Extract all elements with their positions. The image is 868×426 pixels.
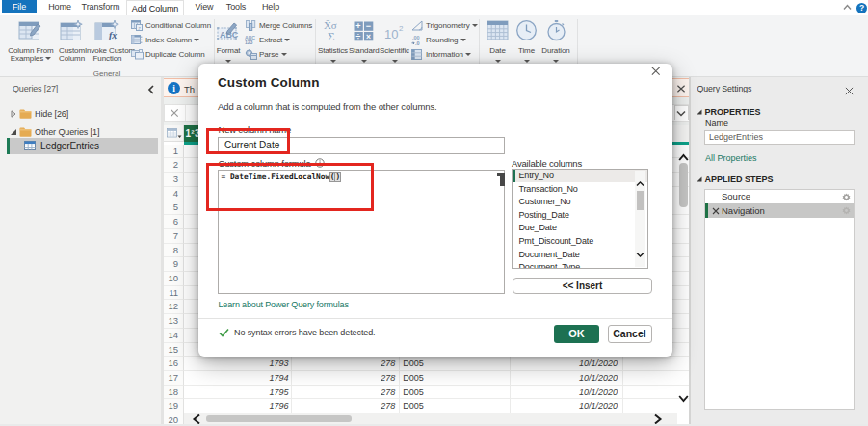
cell-posting-date[interactable]: 10/1/2020 (511, 371, 623, 386)
delete-step-icon[interactable] (712, 207, 720, 215)
cell-customer-no[interactable]: D005 (400, 386, 511, 400)
cell-transaction-no[interactable]: 278 (292, 357, 400, 371)
dialog-close-icon[interactable] (651, 67, 661, 76)
query-settings-close-icon[interactable] (845, 87, 854, 95)
cell-posting-date[interactable]: 10/1/2020 (511, 357, 623, 371)
statistics-button[interactable]: X̄σ Σ Statistics (318, 19, 348, 66)
merge-columns-button[interactable]: Merge Columns (245, 18, 312, 33)
dropdown-caret-icon (225, 60, 231, 63)
scroll-down-icon[interactable] (636, 251, 644, 258)
tab-help[interactable]: Help (261, 0, 280, 13)
tab-tools[interactable]: Tools (226, 0, 246, 13)
cancel-button[interactable]: Cancel (608, 325, 652, 343)
grid-horizontal-scrollbar[interactable] (184, 413, 677, 424)
applied-step-navigation[interactable]: Navigation (705, 203, 854, 218)
grid-corner-button[interactable] (164, 125, 184, 142)
gear-icon[interactable] (842, 206, 851, 215)
help-icon[interactable]: ? (856, 3, 867, 13)
table-row[interactable]: 18 1795 278 D005 10/1/2020 (164, 386, 691, 400)
query-name-input[interactable]: LedgerEntries (704, 130, 855, 145)
list-item-posting-date[interactable]: Posting_Date (513, 208, 647, 222)
list-item-pmt-discount-date[interactable]: Pmt_Discount_Date (513, 234, 647, 248)
svg-text:fx: fx (109, 30, 117, 40)
extract-button[interactable]: ABC 123 Extract (245, 33, 290, 47)
applied-step-source[interactable]: Source (705, 190, 854, 204)
scientific-button[interactable]: 10 2 Scientific (380, 19, 409, 66)
ok-button[interactable]: OK (554, 325, 599, 343)
collapse-ribbon-icon[interactable] (843, 4, 855, 12)
cell-customer-no[interactable]: D005 (400, 357, 511, 371)
learn-link[interactable]: Learn about Power Query formulas (219, 300, 349, 309)
custom-column-button[interactable]: CustomColumn (55, 19, 89, 63)
list-item-document-type[interactable]: Document_Type (513, 260, 647, 268)
list-item-customer-no[interactable]: Customer_No (513, 196, 647, 209)
information-button[interactable]: Information (411, 47, 471, 62)
scroll-left-icon[interactable] (192, 413, 201, 425)
parse-button[interactable]: Parse (245, 47, 287, 62)
horizontal-scrollbar-thumb[interactable] (206, 415, 352, 423)
scroll-up-icon[interactable] (636, 180, 644, 188)
list-item-entry-no[interactable]: Entry_No (513, 170, 647, 183)
all-properties-link[interactable]: All Properties (705, 153, 757, 163)
row-number: 1 (164, 145, 184, 159)
invoke-custom-function-button[interactable]: fx Invoke CustomFunction (85, 19, 130, 63)
listbox-scrollbar-thumb[interactable] (637, 191, 644, 210)
collapse-queries-pane-icon[interactable] (146, 85, 156, 94)
tree-item-hide-folder[interactable]: Hide [26] (0, 105, 161, 121)
trigonometry-button[interactable]: Trigonometry (411, 18, 478, 33)
table-row[interactable]: 17 1794 278 D005 10/1/2020 (164, 371, 691, 386)
table-row[interactable]: 19 1796 278 D005 10/1/2020 (164, 399, 691, 413)
cell-customer-no[interactable]: D005 (400, 399, 511, 413)
date-button[interactable]: Date (483, 19, 513, 66)
standard-button[interactable]: + − ÷ × Standard (349, 19, 379, 66)
tab-home[interactable]: Home (46, 0, 73, 13)
duplicate-column-button[interactable]: Duplicate Column (131, 47, 205, 62)
formula-cancel-icon[interactable] (165, 105, 186, 121)
scroll-right-icon[interactable] (653, 413, 663, 425)
cell-entry-no[interactable]: 1794 (184, 371, 293, 386)
collapse-icon[interactable] (10, 128, 17, 136)
table-row[interactable]: 16 1793 278 D005 10/1/2020 (164, 357, 691, 371)
vertical-scrollbar-thumb[interactable] (679, 163, 689, 208)
insert-button[interactable]: << Insert (513, 278, 652, 295)
cell-customer-no[interactable]: D005 (400, 371, 511, 386)
cell-posting-date[interactable]: 10/1/2020 (511, 399, 623, 413)
format-button[interactable]: ABC Format (212, 19, 245, 66)
cell-transaction-no[interactable]: 278 (292, 386, 400, 400)
list-item-transaction-no[interactable]: Transaction_No (513, 182, 647, 196)
available-columns-listbox[interactable]: Entry_No Transaction_No Customer_No Post… (512, 169, 648, 269)
applied-steps-section-header[interactable]: APPLIED STEPS (697, 174, 774, 184)
expand-icon[interactable] (10, 110, 17, 118)
cell-entry-no[interactable]: 1793 (184, 357, 293, 371)
list-item-document-date[interactable]: Document_Date (513, 248, 647, 261)
banner-close-icon[interactable] (676, 85, 684, 93)
gear-icon[interactable] (842, 193, 851, 201)
rounding-button[interactable]: .00 .0 Rounding (411, 33, 466, 47)
date-icon (483, 19, 513, 44)
cell-entry-no[interactable]: 1795 (184, 386, 293, 400)
tree-item-ledgerentries-query[interactable]: LedgerEntries (0, 138, 161, 155)
formula-bar-expand-icon[interactable] (674, 105, 690, 120)
properties-section-header[interactable]: PROPERTIES (697, 107, 761, 117)
index-column-button[interactable]: Index Column (131, 33, 199, 47)
row-number: 3 (164, 173, 184, 187)
duration-button[interactable]: Duration (536, 19, 576, 66)
scroll-up-icon[interactable] (678, 153, 689, 162)
cell-posting-date[interactable]: 10/1/2020 (511, 386, 623, 400)
tab-view[interactable]: View (194, 0, 215, 13)
tab-transform[interactable]: Transform (84, 0, 118, 13)
dialog-title: Custom Column (218, 75, 320, 90)
conditional-column-button[interactable]: ? Conditional Column (131, 18, 211, 33)
list-item-due-date[interactable]: Due_Date (513, 222, 647, 235)
dropdown-caret-icon (361, 60, 367, 63)
listbox-scrollbar[interactable] (635, 171, 645, 267)
cell-transaction-no[interactable]: 278 (292, 399, 400, 413)
button-label-text: Column (59, 54, 85, 63)
cell-transaction-no[interactable]: 278 (292, 371, 400, 386)
formula-scrollbar-thumb[interactable] (500, 173, 505, 186)
scroll-down-icon[interactable] (678, 394, 689, 403)
cell-entry-no[interactable]: 1796 (184, 399, 293, 413)
column-from-examples-button[interactable]: Column FromExamples (2, 19, 60, 63)
tab-add-column[interactable]: Add Column (126, 0, 184, 15)
tab-file[interactable]: File (2, 0, 37, 13)
